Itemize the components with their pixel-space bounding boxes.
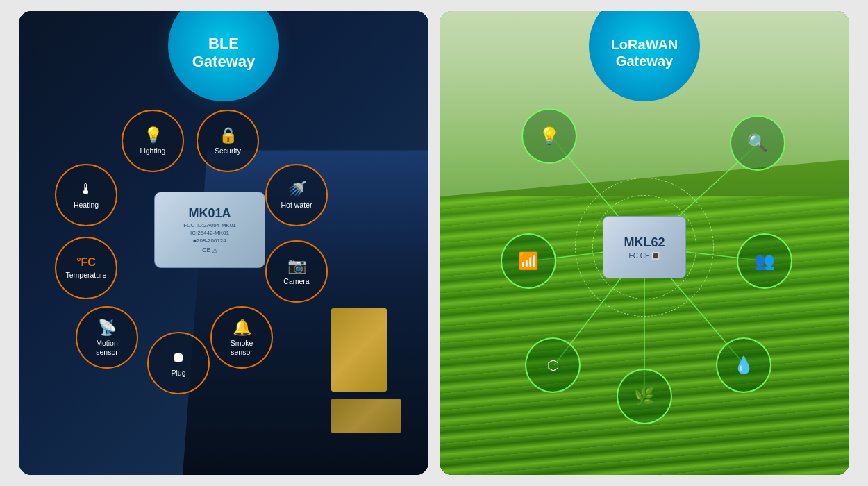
left-panel: BLE Gateway MK01A FCC ID:2A094-MK01 IC:2… bbox=[19, 11, 428, 475]
iot-wifi-icon: 📶 bbox=[518, 251, 539, 271]
iot-wifi-node: 📶 bbox=[501, 233, 556, 289]
module-ic: IC:26442-MK01 bbox=[190, 230, 229, 236]
lighting-icon: 💡 bbox=[144, 126, 162, 144]
security-label: Security bbox=[215, 146, 241, 156]
iot-plant-icon: 🌿 bbox=[634, 387, 655, 406]
plug-sensor: ⏺ Plug bbox=[147, 332, 210, 394]
iot-globe-node: 🔍 bbox=[730, 115, 785, 171]
mkl62-badges: FC CE 🔳 bbox=[629, 252, 660, 260]
iot-plant-node: 🌿 bbox=[617, 369, 672, 424]
lighting-label: Lighting bbox=[140, 146, 166, 156]
module-code: ■208-200124 bbox=[193, 237, 226, 244]
hot-water-icon: 🚿 bbox=[287, 181, 306, 199]
house-window-small bbox=[331, 399, 401, 433]
iot-globe-icon: 🔍 bbox=[747, 133, 768, 153]
module-badges: CE △ bbox=[202, 246, 217, 253]
plug-label: Plug bbox=[171, 369, 185, 378]
hot-water-sensor: 🚿 Hot water bbox=[265, 164, 328, 226]
iot-water-icon: 💧 bbox=[733, 355, 754, 375]
mkl62-module-card: MKL62 FC CE 🔳 bbox=[603, 216, 686, 278]
motion-sensor: 📡 Motionsensor bbox=[76, 306, 138, 369]
iot-light-node: 💡 bbox=[521, 108, 577, 164]
module-name: MK01A bbox=[188, 206, 231, 221]
mk01a-module-card: MK01A FCC ID:2A094-MK01 IC:26442-MK01 ■2… bbox=[154, 192, 265, 268]
smoke-label: Smokesensor bbox=[231, 339, 253, 356]
security-icon: 🔒 bbox=[219, 126, 237, 144]
module-fcc: FCC ID:2A094-MK01 bbox=[183, 222, 236, 228]
temperature-label: Temperature bbox=[66, 271, 107, 280]
temperature-sensor: °FC Temperature bbox=[55, 237, 117, 299]
right-panel: LoRaWAN Gateway MKL62 FC CE 🔳 💡 🔍 bbox=[440, 11, 849, 475]
iot-light-icon: 💡 bbox=[539, 126, 560, 146]
house-window-large bbox=[331, 308, 387, 392]
motion-icon: 📡 bbox=[98, 319, 117, 337]
camera-icon: 📷 bbox=[287, 257, 306, 275]
hot-water-label: Hot water bbox=[281, 201, 312, 210]
mkl62-name: MKL62 bbox=[624, 235, 665, 250]
motion-label: Motionsensor bbox=[96, 339, 118, 356]
plug-icon: ⏺ bbox=[171, 349, 186, 367]
iot-water-node: 💧 bbox=[716, 337, 771, 393]
iot-group-node: 👥 bbox=[737, 233, 792, 289]
mkl62-hub: MKL62 FC CE 🔳 bbox=[599, 202, 690, 292]
heating-sensor: 🌡 Heating bbox=[55, 164, 117, 226]
iot-network-node: ⬡ bbox=[525, 337, 581, 393]
security-sensor: 🔒 Security bbox=[197, 110, 259, 172]
lorawan-gateway-title: LoRaWAN Gateway bbox=[611, 36, 678, 69]
iot-network-icon: ⬡ bbox=[547, 357, 559, 374]
ble-gateway-title: BLE Gateway bbox=[192, 35, 256, 72]
smoke-sensor: 🔔 Smokesensor bbox=[210, 306, 273, 369]
lighting-sensor: 💡 Lighting bbox=[122, 110, 184, 172]
temperature-icon: °FC bbox=[76, 256, 96, 269]
camera-label: Camera bbox=[283, 277, 309, 286]
heating-icon: 🌡 bbox=[78, 181, 94, 199]
heating-label: Heating bbox=[74, 201, 99, 210]
smoke-icon: 🔔 bbox=[233, 319, 251, 337]
iot-group-icon: 👥 bbox=[754, 251, 775, 271]
camera-sensor: 📷 Camera bbox=[265, 240, 328, 303]
